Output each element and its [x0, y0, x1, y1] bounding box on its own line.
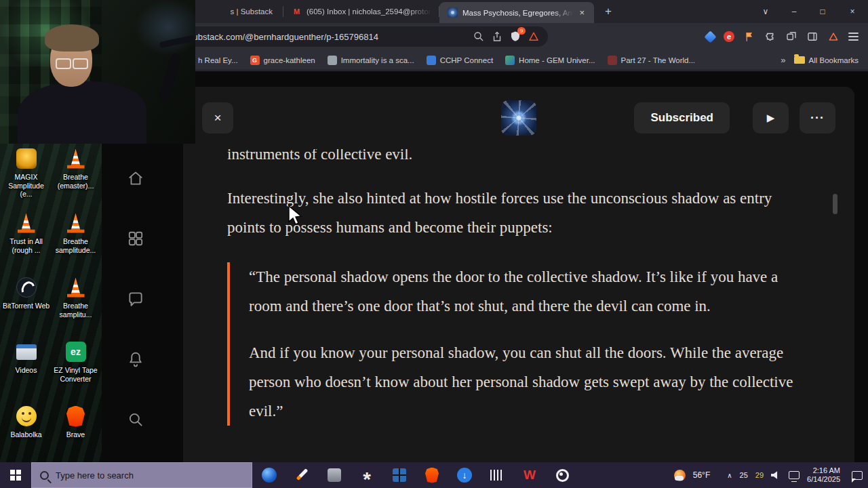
desktop-icon-brave[interactable]: Brave	[51, 403, 100, 467]
brave-shields-icon[interactable]: 9	[509, 30, 521, 43]
scrollbar-thumb[interactable]	[833, 194, 837, 214]
desktop-icon-label: Breathe samplitu...	[52, 302, 100, 319]
grid-icon[interactable]	[127, 230, 144, 247]
start-button[interactable]	[0, 462, 31, 488]
substack-page: × Subscribed ▶ ··· instruments of collec…	[102, 71, 868, 462]
taskbar-app-wordweb[interactable]: W	[521, 466, 538, 484]
bookmark-label: CCHP Connect	[440, 56, 493, 64]
taskbar-app-blue-circle[interactable]	[260, 466, 278, 484]
more-options-button[interactable]: ···	[800, 102, 835, 134]
taskbar-app-barcode[interactable]	[488, 466, 506, 484]
tab-title: (605) Inbox | nicholas_2594@protonm	[307, 7, 431, 16]
windows-logo-icon	[10, 470, 21, 481]
tab-mass-psychosis-active[interactable]: Mass Psychosis, Egregores, And ×	[439, 2, 594, 23]
vlc-cone-icon	[64, 211, 87, 235]
magix-icon	[15, 147, 38, 170]
taskbar-app-pen[interactable]	[293, 466, 311, 484]
taskbar-search[interactable]: Type here to search	[31, 462, 252, 488]
vlc-cone-icon	[64, 147, 87, 170]
flag-extension-icon[interactable]	[743, 30, 755, 43]
desktop-icon-balabolka[interactable]: Balabolka	[1, 403, 51, 467]
tab-search-dropdown-icon[interactable]: ∨	[751, 0, 780, 23]
desktop-icon-label: EZ Vinyl Tape Converter	[52, 366, 100, 383]
brave-vpn-flame-icon[interactable]	[528, 30, 540, 43]
taskbar-app-grid[interactable]	[391, 466, 408, 484]
taskbar-app-obs[interactable]	[553, 466, 571, 484]
desktop-icon-breathe-2[interactable]: Breathe samplitu...	[51, 274, 100, 338]
tab-title: s | Substack	[231, 7, 273, 16]
desktop-icon-label: MAGIX Samplitude (e...	[2, 173, 50, 199]
window-close-button[interactable]: ×	[837, 0, 868, 23]
post-modal: × Subscribed ▶ ··· instruments of collec…	[183, 87, 854, 462]
tab-inbox[interactable]: M (605) Inbox | nicholas_2594@protonm	[283, 0, 439, 23]
volume-icon[interactable]	[771, 471, 781, 480]
post-favicon	[448, 7, 458, 18]
bookmark-item[interactable]: Part 27 - The World...	[608, 56, 696, 65]
address-bar[interactable]: https://substack.com/@bernhardguenther/p…	[136, 26, 548, 47]
notification-center-icon[interactable]	[852, 471, 863, 480]
browser-toolbar: https://substack.com/@bernhardguenther/p…	[102, 23, 868, 50]
bookmark-item[interactable]: h Real Ey...	[198, 56, 238, 64]
sidebar-toggle-icon[interactable]	[806, 30, 818, 43]
header-actions: Subscribed ▶ ···	[634, 102, 835, 134]
tab-close-icon[interactable]: ×	[578, 7, 586, 18]
post-modal-header: × Subscribed ▶ ···	[183, 87, 854, 149]
balabolka-icon	[15, 405, 38, 428]
new-tab-button[interactable]: +	[598, 2, 618, 21]
taskbar-app-gray[interactable]	[326, 466, 343, 484]
desktop-icon-videos[interactable]: Videos	[1, 338, 51, 403]
desktop-icon-trust-in-all[interactable]: Trust in All (rough ...	[1, 209, 51, 274]
chat-icon[interactable]	[127, 290, 144, 308]
taskbar-app-asterisk[interactable]: *	[358, 466, 376, 484]
vlc-cone-icon	[15, 211, 38, 235]
bookmark-favicon: G	[250, 56, 260, 65]
bookmark-item[interactable]: Home - GEM Univer...	[505, 56, 595, 65]
bookmark-item[interactable]: CCHP Connect	[427, 56, 493, 65]
menu-icon[interactable]	[848, 33, 859, 41]
taskbar-app-download[interactable]: ↓	[456, 466, 473, 484]
search-icon[interactable]	[127, 411, 144, 428]
network-icon[interactable]	[789, 471, 800, 479]
minimize-button[interactable]: –	[780, 0, 808, 23]
extensions-puzzle-icon[interactable]	[764, 30, 776, 43]
window-controls: ∨ – □ ×	[751, 0, 868, 23]
desktop-icon-magix[interactable]: MAGIX Samplitude (e...	[1, 145, 51, 209]
desktop-icon-breathe-emaster[interactable]: Breathe (emaster)...	[51, 145, 100, 209]
taskbar: Type here to search * ↓ W 56°F ∧ 25 29 2…	[0, 462, 868, 488]
share-icon[interactable]	[491, 30, 503, 43]
article-blockquote: “The personal shadow opens the door to t…	[227, 262, 804, 426]
bookmark-item[interactable]: Immortality is a sca...	[328, 56, 414, 65]
bookmark-item[interactable]: G grace-kathleen	[250, 56, 315, 65]
home-icon[interactable]	[127, 169, 144, 187]
system-tray: 56°F ∧ 25 29 2:16 AM 6/14/2025	[674, 466, 868, 484]
bell-icon[interactable]	[127, 350, 144, 368]
desktop-icon-ez-vinyl[interactable]: ez EZ Vinyl Tape Converter	[51, 338, 100, 403]
bookmark-label: Home - GEM Univer...	[519, 56, 595, 64]
videos-folder-icon	[15, 340, 38, 363]
vpn-gem-icon[interactable]	[704, 30, 716, 43]
close-post-button[interactable]: ×	[202, 102, 233, 134]
post-avatar[interactable]	[501, 100, 536, 136]
bookmarks-bar: h Real Ey... G grace-kathleen Immortalit…	[102, 50, 868, 70]
extension-e-icon[interactable]: e	[724, 31, 734, 42]
subscribed-button[interactable]: Subscribed	[634, 102, 730, 134]
taskbar-app-brave[interactable]	[423, 466, 441, 484]
desktop-icon-bittorrent[interactable]: BitTorrent Web	[1, 274, 51, 338]
core-temp-a: 25	[740, 471, 748, 479]
taskbar-clock[interactable]: 2:16 AM 6/14/2025	[807, 466, 840, 484]
brave-rewards-icon[interactable]	[827, 30, 840, 43]
taskbar-apps: * ↓ W	[260, 462, 571, 488]
bookmark-label: Immortality is a sca...	[341, 56, 414, 64]
desktop-icon-label: Breathe samplitude...	[52, 237, 100, 254]
desktop-icons: MAGIX Samplitude (e... Breathe (emaster)…	[1, 145, 100, 467]
weather-temp[interactable]: 56°F	[693, 470, 710, 480]
play-audio-button[interactable]: ▶	[753, 102, 789, 134]
maximize-button[interactable]: □	[808, 0, 837, 23]
weather-icon[interactable]	[674, 470, 686, 481]
tray-chevron-up-icon[interactable]: ∧	[727, 472, 732, 479]
desktop-icon-breathe-samplitude[interactable]: Breathe samplitude...	[51, 209, 100, 274]
all-bookmarks-button[interactable]: All Bookmarks	[794, 56, 859, 64]
bookmarks-overflow-icon[interactable]: »	[781, 55, 785, 65]
zoom-icon[interactable]	[473, 30, 485, 43]
split-view-icon[interactable]	[785, 30, 797, 43]
